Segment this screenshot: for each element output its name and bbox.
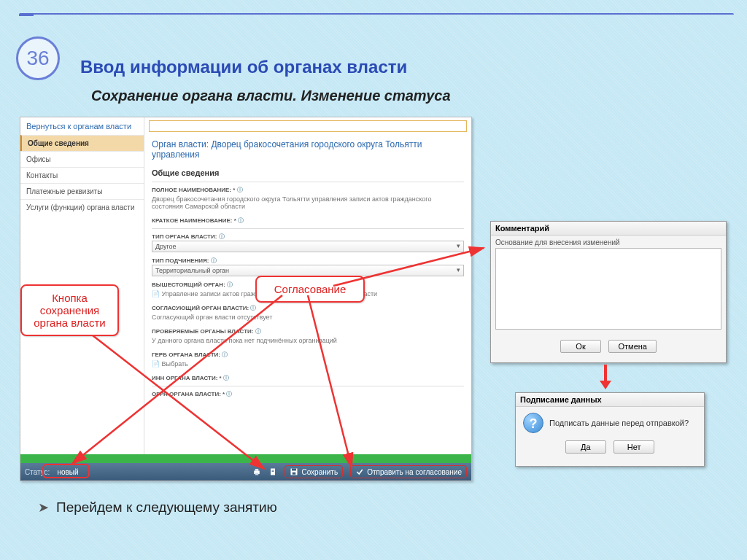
- type-select[interactable]: Другое: [152, 241, 464, 252]
- short-name-label: КРАТКОЕ НАИМЕНОВАНИЕ: * ⓘ: [152, 217, 464, 225]
- sign-yes-button[interactable]: Да: [565, 440, 606, 454]
- comment-textarea[interactable]: [495, 248, 721, 330]
- question-icon: ?: [523, 413, 543, 433]
- bullet-next: ➤ Перейдем к следующему занятию: [38, 499, 277, 516]
- sign-no-button[interactable]: Нет: [614, 440, 654, 454]
- callout-approve: Согласование: [255, 276, 365, 303]
- ogrn-label: ОГРН ОРГАНА ВЛАСТИ: * ⓘ: [152, 390, 464, 398]
- comment-reason-label: Основание для внесения изменений: [495, 238, 721, 248]
- page-title: Ввод информации об органах власти: [80, 57, 407, 77]
- type-label: ТИП ОРГАНА ВЛАСТИ: ⓘ: [152, 233, 464, 241]
- checking-value: У данного органа власти пока нет подчинё…: [152, 335, 464, 346]
- back-link[interactable]: Вернуться к органам власти: [20, 117, 144, 135]
- authority-title: Орган власти: Дворец бракосочетания горо…: [144, 135, 471, 164]
- document-icon[interactable]: [268, 467, 277, 476]
- approver-value: Согласующий орган власти отсутствует: [152, 312, 464, 323]
- svg-rect-8: [293, 472, 296, 475]
- sign-dialog: Подписание данных ? Подписать данные пер…: [515, 392, 705, 467]
- submit-button[interactable]: Отправить на согласование: [350, 465, 467, 478]
- save-icon: [290, 467, 298, 476]
- bullet-arrow-icon: ➤: [38, 499, 49, 516]
- status-label: Статус:: [25, 468, 50, 476]
- print-icon[interactable]: [252, 467, 261, 476]
- svg-rect-4: [272, 470, 274, 471]
- comment-dialog-title: Комментарий: [491, 222, 726, 236]
- page-subtitle: Сохранение органа власти. Изменение стат…: [91, 88, 451, 104]
- full-name-value: Дворец бракосочетания городского округа …: [152, 194, 464, 212]
- full-name-label: ПОЛНОЕ НАИМЕНОВАНИЕ: * ⓘ: [152, 186, 464, 194]
- sign-message: Подписать данные перед отправкой?: [549, 419, 689, 427]
- checking-label: ПРОВЕРЯЕМЫЕ ОРГАНЫ ВЛАСТИ: ⓘ: [152, 327, 464, 335]
- subord-label: ТИП ПОДЧИНЕНИЯ: ⓘ: [152, 257, 464, 265]
- save-button[interactable]: Сохранить: [285, 465, 343, 478]
- svg-rect-5: [272, 471, 274, 472]
- sidebar-item-services[interactable]: Услуги (функции) органа власти: [20, 199, 144, 215]
- check-icon: [355, 467, 364, 476]
- sidebar-item-offices[interactable]: Офисы: [20, 151, 144, 167]
- search-input[interactable]: [149, 120, 467, 132]
- section-header: Общие сведения: [144, 164, 471, 180]
- slide-number-badge: 36: [16, 36, 60, 80]
- comment-dialog: Комментарий Основание для внесения измен…: [490, 221, 727, 363]
- sidebar-item-general[interactable]: Общие сведения: [20, 135, 144, 151]
- comment-cancel-button[interactable]: Отмена: [608, 340, 656, 353]
- progress-strip: [20, 454, 471, 463]
- comment-ok-button[interactable]: Ок: [560, 340, 601, 353]
- sidebar-item-contacts[interactable]: Контакты: [20, 167, 144, 183]
- status-value: новый: [57, 468, 78, 476]
- sign-dialog-title: Подписание данных: [516, 393, 704, 407]
- callout-save: Кнопка сохранения органа власти: [20, 284, 119, 336]
- statusbar: Статус: новый Сохранить Отправить на сог…: [20, 463, 471, 481]
- sidebar-item-payment[interactable]: Платежные реквизиты: [20, 183, 144, 199]
- emblem-label: ГЕРБ ОРГАНА ВЛАСТИ: ⓘ: [152, 351, 464, 359]
- inn-label: ИНН ОРГАНА ВЛАСТИ: * ⓘ: [152, 374, 464, 382]
- subord-select[interactable]: Территориальный орган: [152, 265, 464, 276]
- approver-label: СОГЛАСУЮЩИЙ ОРГАН ВЛАСТИ: ⓘ: [152, 304, 464, 312]
- svg-rect-1: [255, 469, 259, 470]
- svg-rect-2: [255, 473, 259, 475]
- arrow-down-icon: [600, 365, 611, 389]
- svg-rect-7: [292, 469, 296, 471]
- emblem-choose-button[interactable]: 📄 Выбрать: [152, 360, 188, 368]
